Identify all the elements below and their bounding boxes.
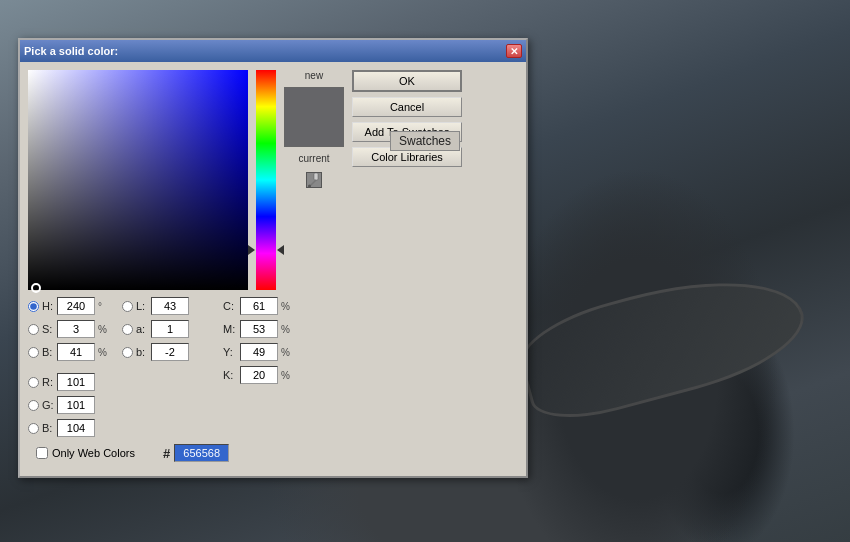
- current-label: current: [298, 153, 329, 164]
- right-buttons: OK Cancel Add To Swatches Color Librarie…: [352, 70, 462, 290]
- title-bar: Pick a solid color: ✕: [20, 40, 526, 62]
- b-label: B:: [42, 346, 54, 358]
- only-web-colors-label: Only Web Colors: [52, 447, 135, 459]
- h-radio[interactable]: [28, 301, 39, 312]
- blab-label: b:: [136, 346, 148, 358]
- close-button[interactable]: ✕: [506, 44, 522, 58]
- color-preview: [284, 87, 344, 147]
- a-field-row: a:: [122, 319, 204, 339]
- cancel-button[interactable]: Cancel: [352, 97, 462, 117]
- b-unit: %: [98, 347, 110, 358]
- k-pct: %: [281, 370, 290, 381]
- m-label: M:: [223, 323, 237, 335]
- r-field-row: R:: [28, 372, 110, 392]
- hue-slider-container: [256, 70, 276, 290]
- b-field-row: B: %: [28, 342, 110, 362]
- c-field-row: C: %: [223, 296, 290, 316]
- picker-row: new current OK Cancel Add To Swatches Co…: [20, 62, 526, 290]
- b-radio[interactable]: [28, 347, 39, 358]
- a-input[interactable]: [151, 320, 189, 338]
- l-label: L:: [136, 300, 148, 312]
- g-radio[interactable]: [28, 400, 39, 411]
- hue-pointer-right: [277, 245, 284, 255]
- blab-radio[interactable]: [122, 347, 133, 358]
- color-preview-column: new current: [284, 70, 344, 290]
- m-pct: %: [281, 324, 290, 335]
- only-web-colors-checkbox[interactable]: [36, 447, 48, 459]
- r-radio[interactable]: [28, 377, 39, 388]
- c-label: C:: [223, 300, 237, 312]
- y-label: Y:: [223, 346, 237, 358]
- hue-pointer-left: [248, 245, 255, 255]
- k-input[interactable]: [240, 366, 278, 384]
- h-unit: °: [98, 301, 110, 312]
- b2-input[interactable]: [57, 419, 95, 437]
- web-colors-row: Only Web Colors #: [28, 438, 518, 468]
- swatches-tab[interactable]: Swatches: [390, 131, 460, 151]
- lab-fields: L: a: b:: [122, 296, 204, 438]
- hue-slider[interactable]: [256, 70, 276, 290]
- s-unit: %: [98, 324, 110, 335]
- eyedropper-icon[interactable]: [306, 172, 322, 188]
- l-field-row: L:: [122, 296, 204, 316]
- g-field-row: G:: [28, 395, 110, 415]
- y-input[interactable]: [240, 343, 278, 361]
- y-pct: %: [281, 347, 290, 358]
- g-label: G:: [42, 399, 54, 411]
- hsb-rgb-fields: H: ° S: % B: % R:: [28, 296, 110, 438]
- m-field-row: M: %: [223, 319, 290, 339]
- blab-input[interactable]: [151, 343, 189, 361]
- h-field-row: H: °: [28, 296, 110, 316]
- k-label: K:: [223, 369, 237, 381]
- cmyk-fields: C: % M: % Y: % K: %: [223, 296, 290, 438]
- hex-label: #: [163, 446, 170, 461]
- y-field-row: Y: %: [223, 342, 290, 362]
- current-color-swatch: [285, 117, 343, 146]
- ok-button[interactable]: OK: [352, 70, 462, 92]
- svg-rect-0: [314, 173, 318, 180]
- hex-input[interactable]: [174, 444, 229, 462]
- a-label: a:: [136, 323, 148, 335]
- s-label: S:: [42, 323, 54, 335]
- s-field-row: S: %: [28, 319, 110, 339]
- color-gradient-area[interactable]: [28, 70, 248, 290]
- blab-field-row: b:: [122, 342, 204, 362]
- b-input[interactable]: [57, 343, 95, 361]
- h-label: H:: [42, 300, 54, 312]
- s-radio[interactable]: [28, 324, 39, 335]
- s-input[interactable]: [57, 320, 95, 338]
- c-input[interactable]: [240, 297, 278, 315]
- b2-field-row: B:: [28, 418, 110, 438]
- g-input[interactable]: [57, 396, 95, 414]
- dialog-bottom: Only Web Colors #: [20, 438, 526, 476]
- c-pct: %: [281, 301, 290, 312]
- b2-radio[interactable]: [28, 423, 39, 434]
- l-radio[interactable]: [122, 301, 133, 312]
- fields-section: H: ° S: % B: % R:: [20, 290, 526, 438]
- b2-label: B:: [42, 422, 54, 434]
- m-input[interactable]: [240, 320, 278, 338]
- dialog-title: Pick a solid color:: [24, 45, 118, 57]
- svg-line-1: [310, 180, 316, 186]
- a-radio[interactable]: [122, 324, 133, 335]
- l-input[interactable]: [151, 297, 189, 315]
- k-field-row: K: %: [223, 365, 290, 385]
- r-label: R:: [42, 376, 54, 388]
- color-picker-dialog: Pick a solid color: ✕ new current: [18, 38, 528, 478]
- new-color-swatch: [285, 88, 343, 117]
- new-label: new: [305, 70, 323, 81]
- h-input[interactable]: [57, 297, 95, 315]
- r-input[interactable]: [57, 373, 95, 391]
- color-gradient: [28, 70, 248, 290]
